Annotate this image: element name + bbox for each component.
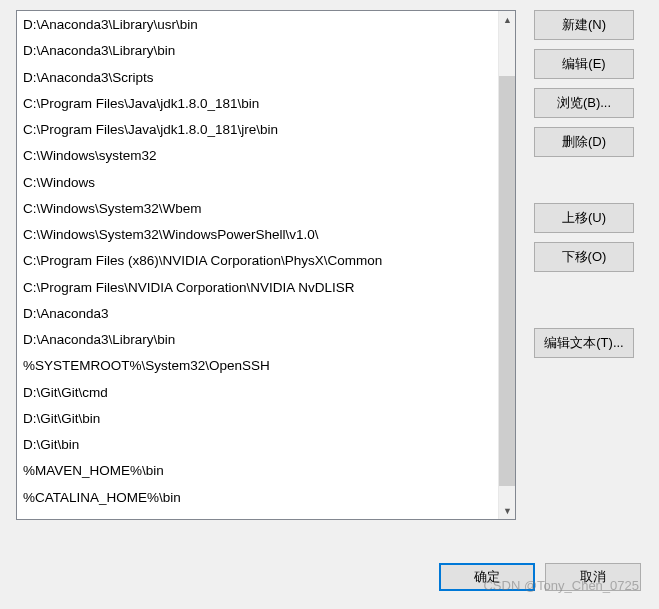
list-item[interactable]: D:\Git\Git\cmd <box>17 380 515 406</box>
list-item[interactable]: C:\Windows\System32\WindowsPowerShell\v1… <box>17 222 515 248</box>
delete-button[interactable]: 删除(D) <box>534 127 634 157</box>
button-column: 新建(N) 编辑(E) 浏览(B)... 删除(D) 上移(U) 下移(O) 编… <box>534 10 634 520</box>
list-item[interactable]: C:\Program Files (x86)\NVIDIA Corporatio… <box>17 248 515 274</box>
list-item[interactable]: D:\Anaconda3\Library\usr\bin <box>17 12 515 38</box>
list-item[interactable]: D:\Anaconda3\Library\bin <box>17 327 515 353</box>
scrollbar[interactable]: ▲ ▼ <box>498 11 515 519</box>
edit-button[interactable]: 编辑(E) <box>534 49 634 79</box>
list-item[interactable]: %MAVEN_HOME%\bin <box>17 458 515 484</box>
list-item[interactable]: D:\Anaconda3\Scripts <box>17 65 515 91</box>
browse-button[interactable]: 浏览(B)... <box>534 88 634 118</box>
list-item[interactable]: %CATALINA_HOME%\bin <box>17 485 515 511</box>
list-item[interactable]: C:\Program Files\Java\jdk1.8.0_181\jre\b… <box>17 117 515 143</box>
list-item[interactable]: %SYSTEMROOT%\System32\OpenSSH <box>17 353 515 379</box>
list-item[interactable]: C:\Windows\system32 <box>17 143 515 169</box>
list-item[interactable]: C:\Windows <box>17 170 515 196</box>
path-listbox[interactable]: D:\Anaconda3\Library\usr\binD:\Anaconda3… <box>16 10 516 520</box>
list-item[interactable]: D:\Anaconda3 <box>17 301 515 327</box>
new-button[interactable]: 新建(N) <box>534 10 634 40</box>
list-item[interactable]: D:\Anaconda3\Library\bin <box>17 38 515 64</box>
move-down-button[interactable]: 下移(O) <box>534 242 634 272</box>
move-up-button[interactable]: 上移(U) <box>534 203 634 233</box>
list-item[interactable]: C:\Program Files\Java\jdk1.8.0_181\bin <box>17 91 515 117</box>
list-item[interactable]: C:\Windows\System32\Wbem <box>17 196 515 222</box>
ok-button[interactable]: 确定 <box>439 563 535 591</box>
edit-text-button[interactable]: 编辑文本(T)... <box>534 328 634 358</box>
cancel-button[interactable]: 取消 <box>545 563 641 591</box>
list-item[interactable]: D:\Git\Git\bin <box>17 406 515 432</box>
list-item[interactable]: %CATALINA_HOME%\lib <box>17 511 515 520</box>
list-item[interactable]: C:\Program Files\NVIDIA Corporation\NVID… <box>17 275 515 301</box>
bottom-bar: 确定 取消 <box>439 563 641 591</box>
dialog-body: D:\Anaconda3\Library\usr\binD:\Anaconda3… <box>0 0 659 530</box>
list-item[interactable]: D:\Git\bin <box>17 432 515 458</box>
scroll-down-arrow[interactable]: ▼ <box>499 502 516 519</box>
scroll-up-arrow[interactable]: ▲ <box>499 11 516 28</box>
scroll-thumb[interactable] <box>499 76 516 486</box>
